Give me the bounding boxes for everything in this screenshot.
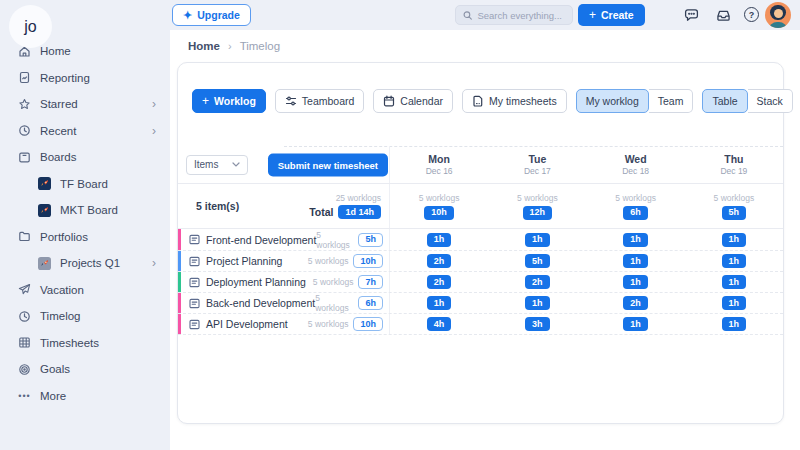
worklog-cell-badge[interactable]: 1h [623, 275, 648, 289]
table-header-row: Items Submit new timesheet Mon Dec 16 Tu… [178, 146, 783, 183]
workspace-logo[interactable]: jo [9, 5, 52, 48]
day-total-badge[interactable]: 5h [722, 206, 747, 220]
sidebar-item-reporting[interactable]: Reporting [0, 65, 170, 92]
sidebar-item-timelog[interactable]: Timelog [0, 303, 170, 330]
sidebar-label: More [40, 390, 66, 402]
item-name[interactable]: Back-end Development [206, 297, 315, 309]
worklog-cell-badge[interactable]: 1h [722, 275, 747, 289]
item-name[interactable]: Deployment Planning [206, 276, 306, 288]
item-total-badge[interactable]: 10h [353, 254, 383, 268]
my-timesheets-button[interactable]: My timesheets [462, 89, 567, 113]
worklog-cell-badge[interactable]: 1h [722, 296, 747, 310]
worklog-cell-badge[interactable]: 1h [722, 233, 747, 247]
breadcrumb-home[interactable]: Home [188, 40, 220, 52]
avatar-face [774, 9, 783, 18]
item-total-badge[interactable]: 7h [358, 275, 383, 289]
team-tab[interactable]: Team [649, 89, 694, 113]
worklog-cell-badge[interactable]: 1h [623, 317, 648, 331]
chat-icon[interactable] [684, 8, 699, 23]
sidebar: Home Reporting Starred › Recent › Boards… [0, 30, 170, 450]
calendar-button[interactable]: Calendar [373, 89, 453, 113]
item-name[interactable]: API Development [206, 318, 288, 330]
report-icon [18, 71, 31, 84]
day-total-badge[interactable]: 6h [623, 206, 648, 220]
worklog-cell-badge[interactable]: 5h [525, 254, 550, 268]
my-worklog-tab[interactable]: My worklog [576, 89, 649, 113]
worklog-cell-badge[interactable]: 1h [623, 233, 648, 247]
worklog-cell-badge[interactable]: 1h [427, 233, 452, 247]
total-label: Total [309, 206, 333, 218]
sidebar-item-timesheets[interactable]: Timesheets [0, 330, 170, 357]
worklog-cell-badge[interactable]: 1h [722, 317, 747, 331]
day-summary-thu: 5 worklogs 5h [685, 184, 783, 228]
sidebar-item-tf-board[interactable]: TF Board [0, 171, 170, 198]
sidebar-label: Reporting [40, 72, 90, 84]
item-worklogs-count: 5 worklogs [308, 319, 349, 329]
item-total-badge[interactable]: 6h [358, 296, 383, 310]
sidebar-item-boards[interactable]: Boards [0, 144, 170, 171]
search-icon [463, 10, 472, 21]
worklog-cell-badge[interactable]: 2h [623, 296, 648, 310]
teamboard-button[interactable]: Teamboard [275, 89, 365, 113]
table-view-tab[interactable]: Table [702, 89, 747, 113]
submit-timesheet-button[interactable]: Submit new timesheet [268, 153, 388, 176]
calendar-label: Calendar [400, 95, 443, 107]
day-name: Mon [428, 153, 450, 165]
user-avatar[interactable] [765, 2, 791, 28]
day-total-badge[interactable]: 12h [523, 206, 553, 220]
table-row[interactable]: Front-end Development 5 worklogs 5h 1h 1… [178, 229, 783, 250]
sidebar-label: Home [40, 45, 71, 57]
add-worklog-button[interactable]: + Worklog [192, 89, 266, 113]
total-time-badge[interactable]: 1d 14h [338, 205, 381, 219]
item-total-badge[interactable]: 10h [353, 317, 383, 331]
worklog-cell-badge[interactable]: 1h [525, 233, 550, 247]
history-icon [18, 124, 31, 137]
global-search[interactable] [455, 5, 573, 25]
worklog-cell-badge[interactable]: 3h [525, 317, 550, 331]
upgrade-button[interactable]: ✦ Upgrade [172, 4, 251, 26]
stack-label: Stack [757, 95, 783, 107]
sidebar-item-vacation[interactable]: Vacation [0, 277, 170, 304]
item-name[interactable]: Project Planning [206, 255, 282, 267]
item-name[interactable]: Front-end Development [206, 234, 316, 246]
help-icon[interactable]: ? [744, 7, 759, 22]
column-header-wed: Wed Dec 18 [587, 146, 685, 183]
item-total-badge[interactable]: 5h [358, 233, 383, 247]
sidebar-item-more[interactable]: ••• More [0, 383, 170, 410]
sidebar-item-goals[interactable]: Goals [0, 356, 170, 383]
table-row[interactable]: Deployment Planning 5 worklogs 7h 2h 2h … [178, 271, 783, 292]
table-row[interactable]: Project Planning 5 worklogs 10h 2h 5h 1h… [178, 250, 783, 271]
day-worklogs-count: 5 worklogs [517, 193, 558, 203]
rocket-board-icon [38, 177, 51, 190]
item-worklogs-count: 5 worklogs [315, 293, 353, 313]
worklog-cell-badge[interactable]: 2h [525, 275, 550, 289]
stack-view-tab[interactable]: Stack [748, 89, 793, 113]
worklog-cell-badge[interactable]: 2h [427, 254, 452, 268]
worklog-cell-badge[interactable]: 1h [525, 296, 550, 310]
day-name: Wed [625, 153, 647, 165]
timesheet-doc-icon [472, 95, 484, 107]
sidebar-item-recent[interactable]: Recent › [0, 118, 170, 145]
sidebar-item-portfolios[interactable]: Portfolios [0, 224, 170, 251]
table-row[interactable]: Back-end Development 5 worklogs 6h 1h 1h… [178, 292, 783, 313]
table-row[interactable]: API Development 5 worklogs 10h 4h 3h 1h … [178, 313, 783, 334]
search-input[interactable] [477, 10, 565, 21]
rocket-board-icon [38, 204, 51, 217]
sidebar-item-starred[interactable]: Starred › [0, 91, 170, 118]
worklog-cell-badge[interactable]: 1h [722, 254, 747, 268]
inbox-icon[interactable] [716, 8, 731, 23]
create-button[interactable]: + Create [578, 4, 645, 26]
worklog-cell-badge[interactable]: 1h [623, 254, 648, 268]
column-header-mon: Mon Dec 16 [390, 146, 488, 183]
worklog-scope-toggle: My worklog Team [576, 89, 694, 113]
day-total-badge[interactable]: 10h [424, 206, 454, 220]
sidebar-item-projects-q1[interactable]: Projects Q1 › [0, 250, 170, 277]
top-bar: ✦ Upgrade + Create ? [0, 0, 800, 30]
worklog-cell-badge[interactable]: 2h [427, 275, 452, 289]
summary-row: 5 item(s) 25 worklogs Total 1d 14h 5 wor… [178, 183, 783, 229]
worklog-cell-badge[interactable]: 4h [427, 317, 452, 331]
items-filter-select[interactable]: Items [186, 155, 248, 175]
sidebar-item-mkt-board[interactable]: MKT Board [0, 197, 170, 224]
worklog-cell-badge[interactable]: 1h [427, 296, 452, 310]
table-label: Table [712, 95, 737, 107]
